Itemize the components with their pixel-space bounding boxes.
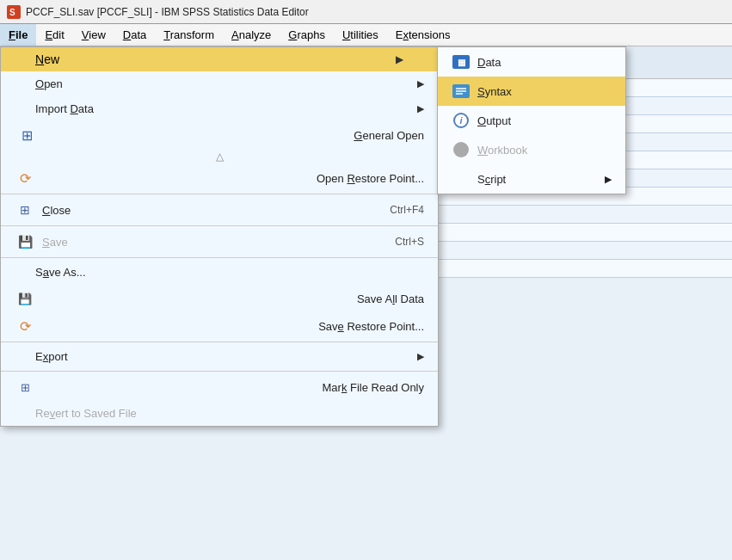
- submenu-workbook-label: Workbook: [477, 144, 527, 157]
- menu-file-label: File: [9, 28, 28, 41]
- new-submenu-dropdown: ▦ Data Syntax Output Workbook: [437, 46, 626, 194]
- file-menu-open[interactable]: Open ▶: [1, 71, 438, 96]
- menu-data-label: Data: [123, 28, 146, 41]
- file-menu-save-restore-label: Save Restore Point...: [318, 320, 424, 333]
- file-menu-close[interactable]: ⊞ Close Ctrl+F4: [1, 196, 438, 224]
- close-icon: ⊞: [16, 202, 34, 218]
- divider-line: [1, 371, 438, 372]
- submenu-data[interactable]: ▦ Data: [438, 47, 625, 77]
- new-arrow-icon: ▶: [396, 53, 403, 65]
- menu-graphs[interactable]: Graphs: [280, 24, 334, 46]
- restore-icon: ⟳: [16, 170, 34, 186]
- file-menu-open-restore-label: Open Restore Point...: [317, 172, 424, 185]
- menu-transform-label: Transform: [163, 28, 214, 41]
- menu-transform[interactable]: Transform: [155, 24, 223, 46]
- divider-line: [1, 342, 438, 342]
- plus-icon: ⊞: [18, 127, 35, 143]
- divider-line: [1, 257, 438, 258]
- menu-extensions[interactable]: Extensions: [387, 24, 459, 46]
- divider-triangle: [1, 149, 438, 164]
- file-menu-mark-readonly[interactable]: ⊞ Mark File Read Only: [1, 373, 438, 401]
- file-menu-mark-readonly-label: Mark File Read Only: [323, 381, 424, 394]
- menu-view[interactable]: View: [73, 24, 114, 46]
- file-menu-save[interactable]: 💾 Save Ctrl+S: [1, 228, 438, 255]
- output-icon: [452, 112, 471, 129]
- file-menu-close-label: Close: [42, 204, 71, 217]
- file-menu-open-label: Open: [35, 77, 63, 90]
- open-arrow-icon: ▶: [417, 78, 424, 89]
- save-all-icon: 💾: [16, 291, 34, 306]
- save-restore-icon: ⟳: [16, 318, 34, 334]
- menu-edit-label: Edit: [45, 28, 64, 41]
- menu-data[interactable]: Data: [114, 24, 155, 46]
- mark-readonly-icon: ⊞: [16, 379, 34, 395]
- script-icon: [452, 170, 471, 188]
- file-menu-general-open[interactable]: ⊞ General Open: [1, 121, 438, 149]
- divider-line: [1, 225, 438, 226]
- syntax-icon: [452, 83, 471, 100]
- file-menu-import-data[interactable]: Import Data ▶: [1, 96, 438, 121]
- menu-analyze-label: Analyze: [231, 28, 271, 41]
- file-menu-revert-label: Revert to Saved File: [35, 407, 137, 420]
- title-text: PCCF_SLI.sav [PCCF_SLI] - IBM SPSS Stati…: [26, 6, 309, 18]
- file-menu-save-as-label: Save As...: [35, 266, 86, 279]
- import-arrow-icon: ▶: [417, 103, 424, 114]
- file-menu-general-open-label: General Open: [354, 129, 424, 142]
- menu-file[interactable]: File: [0, 24, 36, 46]
- save-icon: 💾: [16, 234, 34, 249]
- export-arrow-icon: ▶: [417, 351, 424, 362]
- submenu-script[interactable]: Script ▶: [438, 164, 625, 194]
- submenu-output[interactable]: Output: [438, 106, 625, 135]
- file-menu-export[interactable]: Export ▶: [1, 344, 438, 369]
- menu-graphs-label: Graphs: [288, 28, 325, 41]
- submenu-syntax-label: Syntax: [477, 85, 512, 98]
- divider-line: [1, 194, 438, 194]
- menu-edit[interactable]: Edit: [36, 24, 72, 46]
- close-shortcut: Ctrl+F4: [390, 204, 424, 216]
- submenu-data-label: Data: [477, 56, 501, 69]
- data-icon: ▦: [452, 53, 471, 71]
- file-menu-new[interactable]: New ▶: [1, 47, 438, 71]
- submenu-output-label: Output: [477, 114, 511, 127]
- save-shortcut: Ctrl+S: [395, 236, 424, 248]
- file-menu-export-label: Export: [35, 350, 68, 363]
- submenu-workbook[interactable]: Workbook: [438, 135, 625, 164]
- file-menu-open-restore[interactable]: ⟳ Open Restore Point...: [1, 164, 438, 192]
- file-menu-save-label: Save: [42, 236, 68, 249]
- file-menu-import-label: Import Data: [35, 102, 94, 115]
- menu-bar: File Edit View Data Transform Analyze Gr…: [0, 24, 732, 46]
- script-arrow-icon: ▶: [605, 174, 612, 185]
- file-menu-new-label: New: [35, 52, 59, 66]
- file-menu-save-all-label: Save All Data: [357, 292, 424, 305]
- menu-utilities-label: Utilities: [342, 28, 378, 41]
- menu-view-label: View: [82, 28, 106, 41]
- file-menu-revert[interactable]: Revert to Saved File: [1, 401, 438, 426]
- title-bar: S PCCF_SLI.sav [PCCF_SLI] - IBM SPSS Sta…: [0, 0, 732, 24]
- workbook-icon: [452, 141, 471, 158]
- file-menu-save-as[interactable]: Save As...: [1, 260, 438, 285]
- svg-text:S: S: [9, 8, 15, 17]
- file-menu-save-restore[interactable]: ⟳ Save Restore Point...: [1, 312, 438, 340]
- app-icon: S: [7, 5, 21, 19]
- menu-utilities[interactable]: Utilities: [334, 24, 387, 46]
- menu-extensions-label: Extensions: [396, 28, 451, 41]
- file-menu-dropdown: New ▶ Open ▶ Import Data ▶ ⊞ General Ope…: [0, 46, 439, 427]
- menu-analyze[interactable]: Analyze: [223, 24, 280, 46]
- file-menu-save-all-data[interactable]: 💾 Save All Data: [1, 285, 438, 312]
- submenu-script-label: Script: [477, 173, 506, 186]
- submenu-syntax[interactable]: Syntax: [438, 77, 625, 106]
